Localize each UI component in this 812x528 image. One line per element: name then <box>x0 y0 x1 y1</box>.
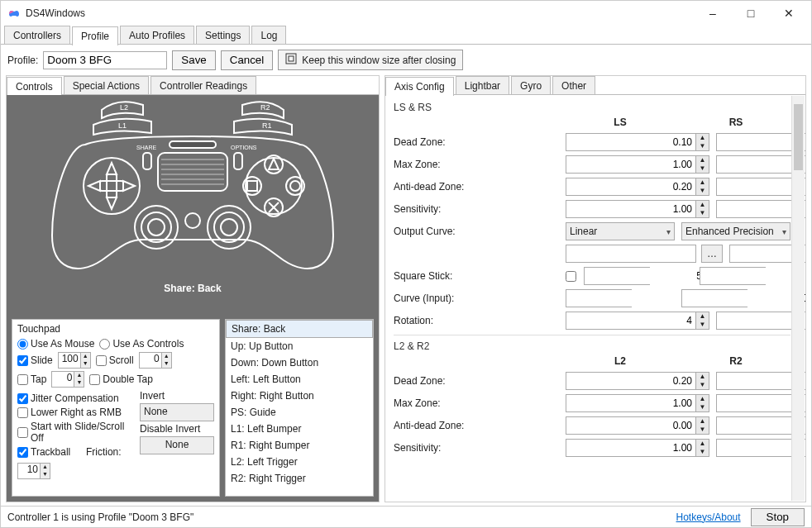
right-tabstrip: Axis Config Lightbar Gyro Other <box>385 76 805 95</box>
window-title: DS4Windows <box>26 7 85 19</box>
tab-settings[interactable]: Settings <box>196 26 250 45</box>
jitter-check[interactable]: Jitter Compensation <box>17 392 119 404</box>
slide-check[interactable]: Slide <box>17 354 53 366</box>
tab-controls[interactable]: Controls <box>7 77 62 96</box>
controller-layout[interactable]: L2 R2 L1 R1 <box>7 95 379 314</box>
tab-profile[interactable]: Profile <box>72 26 118 45</box>
scroll-check[interactable]: Scroll <box>96 354 134 366</box>
list-item[interactable]: R2: Right Trigger <box>226 470 373 487</box>
tap-value[interactable]: 0▲▼ <box>51 371 84 388</box>
ls-custom-curve[interactable] <box>566 245 696 263</box>
svg-text:L1: L1 <box>118 121 127 130</box>
svg-marker-20 <box>88 181 100 191</box>
cancel-button[interactable]: Cancel <box>221 50 274 70</box>
main-tabstrip: Controllers Profile Auto Profiles Settin… <box>1 26 811 45</box>
friction-value[interactable]: 10▲▼ <box>17 463 50 479</box>
profile-name-input[interactable] <box>43 51 167 69</box>
tab-lightbar[interactable]: Lightbar <box>456 76 509 95</box>
close-button[interactable]: ✕ <box>770 2 808 25</box>
svg-point-40 <box>185 213 200 228</box>
window-size-icon <box>285 53 297 67</box>
l2-antidead[interactable]: ▲▼ <box>566 416 709 435</box>
rs-output-curve[interactable]: Enhanced Precision▾ <box>681 222 791 240</box>
controller-caption: Share: Back <box>164 283 221 294</box>
rs-square-val[interactable]: ▲▼ <box>700 267 766 285</box>
save-button[interactable]: Save <box>172 50 215 70</box>
status-text: Controller 1 is using Profile "Doom 3 BF… <box>7 511 193 523</box>
svg-point-38 <box>214 212 244 242</box>
svg-rect-22 <box>107 174 117 197</box>
tab-log[interactable]: Log <box>251 26 286 45</box>
tap-check[interactable]: Tap <box>17 373 46 385</box>
touchpad-header: Touchpad <box>17 323 214 335</box>
svg-marker-19 <box>107 197 117 209</box>
svg-point-35 <box>141 212 171 242</box>
svg-point-36 <box>148 219 165 235</box>
svg-marker-21 <box>123 181 135 191</box>
ls-deadzone[interactable]: ▲▼ <box>566 133 709 151</box>
l2-maxzone[interactable]: ▲▼ <box>566 394 709 412</box>
mapping-list[interactable]: Share: Back Up: Up Button Down: Down But… <box>225 319 374 497</box>
scroll-value[interactable]: 0▲▼ <box>139 352 172 369</box>
trackball-check[interactable]: Trackball <box>17 446 70 458</box>
svg-rect-23 <box>100 181 123 191</box>
tab-gyro[interactable]: Gyro <box>511 76 551 95</box>
tab-autoprofiles[interactable]: Auto Profiles <box>120 26 194 45</box>
minimize-button[interactable]: – <box>694 2 732 25</box>
axis-scrollbar[interactable] <box>791 96 805 501</box>
doubletap-check[interactable]: Double Tap <box>89 373 153 385</box>
list-item[interactable]: Up: Up Button <box>226 338 373 354</box>
ls-output-curve[interactable]: Linear▾ <box>566 222 675 240</box>
ls-square-check[interactable] <box>566 271 576 282</box>
disable-invert-select[interactable]: None <box>140 436 214 454</box>
list-item[interactable]: L1: Left Bumper <box>226 421 373 437</box>
axis-config-scroll[interactable]: LS & RS LSRS Dead Zone: ▲▼ ▲▼ Max Zone: … <box>385 95 805 502</box>
svg-rect-41 <box>170 141 216 148</box>
ls-curve-browse[interactable]: … <box>701 245 723 263</box>
list-item[interactable]: Right: Right Button <box>226 388 373 404</box>
use-as-controls-radio[interactable]: Use As Controls <box>99 338 184 350</box>
hotkeys-link[interactable]: Hotkeys/About <box>676 511 741 523</box>
l2-deadzone[interactable]: ▲▼ <box>566 372 709 390</box>
group-l2r2: L2 & R2 <box>394 340 791 354</box>
svg-marker-18 <box>107 163 117 174</box>
ls-sens[interactable]: ▲▼ <box>566 200 709 218</box>
tab-other[interactable]: Other <box>552 76 595 95</box>
svg-point-39 <box>221 219 237 235</box>
lower-right-check[interactable]: Lower Right as RMB <box>17 407 122 418</box>
l2-sens[interactable]: ▲▼ <box>566 439 709 457</box>
list-item[interactable]: L2: Left Trigger <box>226 454 373 470</box>
ls-antidead[interactable]: ▲▼ <box>566 178 709 196</box>
ls-square-val[interactable]: ▲▼ <box>584 267 650 285</box>
ls-curve-input[interactable]: ▲▼ <box>566 289 632 307</box>
stop-button[interactable]: Stop <box>751 508 805 526</box>
svg-rect-1 <box>289 56 294 61</box>
svg-text:OPTIONS: OPTIONS <box>231 145 257 150</box>
svg-point-24 <box>246 158 302 214</box>
ls-maxzone[interactable]: ▲▼ <box>566 155 709 174</box>
invert-select[interactable]: None <box>140 403 214 421</box>
use-as-mouse-radio[interactable]: Use As Mouse <box>17 338 94 350</box>
rs-curve-input[interactable]: ▲▼ <box>681 289 748 307</box>
list-item[interactable]: Left: Left Button <box>226 371 373 388</box>
start-slide-check[interactable]: Start with Slide/Scroll Off <box>17 421 133 444</box>
ls-rotation[interactable]: ▲▼ <box>566 312 709 330</box>
svg-rect-33 <box>247 181 257 191</box>
svg-text:R2: R2 <box>260 103 270 112</box>
svg-rect-14 <box>234 153 242 169</box>
maximize-button[interactable]: □ <box>732 2 770 25</box>
profile-bar: Profile: Save Cancel Keep this window si… <box>1 45 811 75</box>
touchpad-panel: Touchpad Use As Mouse Use As Controls Sl… <box>12 319 220 497</box>
titlebar: DS4Windows – □ ✕ <box>1 1 811 26</box>
list-item[interactable]: R1: Right Bumper <box>226 437 373 454</box>
list-item[interactable]: Share: Back <box>226 320 373 338</box>
list-item[interactable]: PS: Guide <box>226 404 373 421</box>
left-tabstrip: Controls Special Actions Controller Read… <box>7 76 379 95</box>
list-item[interactable]: Down: Down Button <box>226 354 373 371</box>
tab-controllers[interactable]: Controllers <box>4 26 70 45</box>
tab-axis-config[interactable]: Axis Config <box>385 77 454 96</box>
tab-special-actions[interactable]: Special Actions <box>64 76 149 95</box>
slide-value[interactable]: 100▲▼ <box>58 352 91 369</box>
tab-controller-readings[interactable]: Controller Readings <box>150 76 256 95</box>
keep-size-button[interactable]: Keep this window size after closing <box>278 50 463 70</box>
